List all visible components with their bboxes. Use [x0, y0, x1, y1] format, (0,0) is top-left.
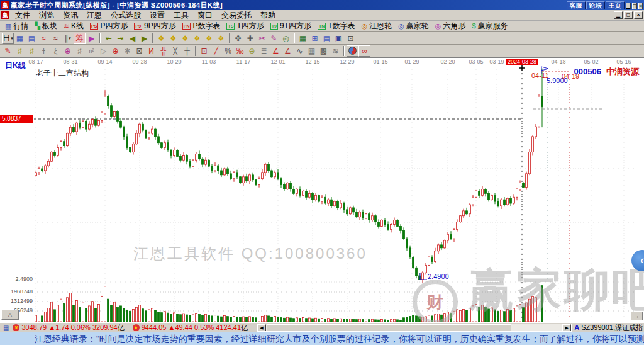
gann-diamond-down-icon[interactable]: ❖	[215, 33, 227, 44]
next-bar-icon[interactable]: ▶	[138, 33, 150, 44]
print-icon[interactable]: ⊡	[345, 33, 357, 44]
pivot-box-icon[interactable]: ⊡	[198, 45, 210, 57]
gann-grid-icon[interactable]: ♯	[14, 45, 26, 57]
wave-icon[interactable]: ∿	[294, 45, 306, 57]
kline-button[interactable]: ≋K线	[60, 21, 87, 31]
cycle-circle-icon[interactable]: ⊕	[62, 45, 74, 57]
box-x-icon[interactable]: ⊠	[133, 45, 145, 57]
menu-item[interactable]: 工具	[169, 10, 193, 21]
time-grid-icon[interactable]: ♯	[74, 45, 86, 57]
scroll-left-arrow[interactable]: ◀	[257, 324, 266, 331]
last-bar-icon[interactable]: ⇥	[114, 33, 126, 44]
grid-dense-icon[interactable]: ▦	[306, 45, 318, 57]
p-number-table-button[interactable]: PNP数字表	[179, 21, 224, 31]
ray-star-icon[interactable]: ✱	[121, 45, 133, 57]
gann-center-icon[interactable]: ⊕	[109, 45, 121, 57]
menu-item[interactable]: 窗口	[193, 10, 217, 21]
label-tool-icon[interactable]: ✎	[268, 33, 280, 44]
save-icon[interactable]: ▣	[333, 33, 345, 44]
spiral-icon[interactable]: ξ	[50, 45, 62, 57]
chart-scrollbar[interactable]: ◀ ▶	[257, 324, 572, 332]
golden-lines-icon[interactable]: ≣	[258, 45, 270, 57]
yinyang-icon[interactable]	[347, 45, 358, 57]
price-frame-icon[interactable]: Ŧ	[38, 45, 50, 57]
mdi-close-button[interactable]: ×	[634, 11, 643, 19]
percent-lines-icon[interactable]: ‰	[234, 45, 246, 57]
gann-grid2-icon[interactable]: ♯	[26, 45, 38, 57]
gann-diamond-expand-icon[interactable]: ❖	[179, 33, 191, 44]
first-bar-icon[interactable]: ⇤	[103, 33, 114, 44]
p-square-button[interactable]: PSP四方形	[87, 21, 131, 31]
measure-tool-icon[interactable]: ✂	[256, 33, 268, 44]
notes-icon[interactable]: ▤	[321, 33, 333, 44]
active-index-label[interactable]: A SZ399001,深证成指	[574, 323, 643, 332]
info-panel-icon[interactable]: ▤	[26, 33, 38, 44]
gann-diamond-left-icon[interactable]: ❖	[155, 33, 167, 44]
forum-link[interactable]: 论坛	[586, 1, 605, 9]
menu-item[interactable]: 设置	[145, 10, 169, 21]
candlestick-chart[interactable]	[0, 58, 644, 322]
trend-line-icon[interactable]: ≈	[50, 33, 62, 44]
main-window-icon[interactable]: ▦	[14, 33, 26, 44]
pen-tool-icon[interactable]: ✎	[2, 45, 14, 57]
trend-line-red-icon[interactable]: ≈	[38, 33, 50, 44]
gann-diamond-up-icon[interactable]: ❖	[203, 33, 215, 44]
sectors-button[interactable]: ▚板块	[31, 21, 60, 31]
percent-icon[interactable]: %	[222, 45, 234, 57]
nine-p-square-button[interactable]: P99P四方形	[131, 21, 179, 31]
scrollbar-thumb[interactable]	[267, 324, 511, 331]
chart-area[interactable]: 08-1708-3109-1409-2810-2011-0311-1712-01…	[0, 57, 644, 322]
calculator-icon[interactable]: ⊞	[309, 33, 321, 44]
n-square-icon[interactable]: n²	[86, 45, 97, 57]
trend-flag-icon[interactable]: ▶	[86, 33, 97, 44]
mdi-restore-button[interactable]: ◻	[624, 11, 633, 19]
menu-item[interactable]: 文件	[11, 10, 35, 21]
quotes-button[interactable]: ▦行情	[2, 21, 31, 31]
nine-t-square-button[interactable]: T99T四方形	[267, 21, 314, 31]
hexagon-button[interactable]: ◎六角形	[432, 21, 469, 31]
hand-tool-icon[interactable]: ✤	[232, 33, 244, 44]
fractal-icon[interactable]: И	[145, 45, 157, 57]
prev-bar-icon[interactable]: ◀	[126, 33, 138, 44]
t-number-table-button[interactable]: TNT数字表	[314, 21, 358, 31]
pane-collapse-button[interactable]: △	[1, 310, 19, 320]
grid-block-icon[interactable]: ▩	[318, 45, 330, 57]
quotes-grid-icon[interactable]: ▦	[3, 324, 9, 331]
menu-item[interactable]: 资讯	[58, 10, 82, 21]
menu-item[interactable]: 帮助	[256, 10, 280, 21]
winner-wheel-button[interactable]: ◎赢家轮	[395, 21, 432, 31]
sh-index[interactable]: 3048.79 ▲1.74 0.06% 3209.94亿	[21, 323, 124, 332]
support-link[interactable]: 客服	[567, 1, 586, 9]
menu-item[interactable]: 交易委托	[217, 10, 256, 21]
chip-distribution-icon[interactable]: 筹	[74, 33, 86, 44]
t-square-button[interactable]: TST四方形	[223, 21, 267, 31]
wedge-icon[interactable]: ▷	[97, 45, 109, 57]
gann-wheel-button[interactable]: ◎江恩轮	[358, 21, 396, 31]
multi-line-icon[interactable]: ≋	[330, 45, 341, 57]
gann-diamond-right-icon[interactable]: ❖	[167, 33, 179, 44]
angle-line-icon[interactable]: ∠	[270, 45, 282, 57]
mdi-minimize-button[interactable]: ▁	[614, 11, 623, 19]
infinity-icon[interactable]: ∞	[358, 45, 370, 57]
minimize-button[interactable]: ▁	[626, 3, 631, 9]
cross-lines-icon[interactable]: ╳	[169, 45, 181, 57]
winner-service-button[interactable]: $赢家服务	[469, 21, 511, 31]
close-button[interactable]: ×	[638, 3, 643, 9]
scroll-right-arrow[interactable]: ▶	[562, 324, 571, 331]
grid-lines-icon[interactable]: ╪	[181, 45, 193, 57]
fan-red-icon[interactable]: ╱	[210, 45, 222, 57]
period-day-dropdown[interactable]: 日▾	[2, 33, 14, 44]
menu-item[interactable]: 公式选股	[106, 10, 145, 21]
volume-scroll-button[interactable]: →	[630, 312, 643, 320]
restore-button[interactable]: ◻	[632, 3, 638, 9]
golden-circle-icon[interactable]: ⊕	[246, 45, 258, 57]
gann-grid-red-icon[interactable]: ╬	[157, 45, 169, 57]
menu-item[interactable]: 江恩	[82, 10, 106, 21]
crosshair-tool-icon[interactable]: ✚	[244, 33, 256, 44]
menu-item[interactable]: 浏览	[35, 10, 58, 21]
zoom-tool-icon[interactable]: ◎	[280, 33, 292, 44]
candle-style-dropdown[interactable]: ∥▾	[62, 33, 74, 44]
angle-fan-icon[interactable]: ∠	[282, 45, 294, 57]
sz-index[interactable]: 9444.05 ▲49.44 0.53% 4124.41亿	[142, 323, 248, 332]
calendar-icon[interactable]: ▦	[297, 33, 309, 44]
